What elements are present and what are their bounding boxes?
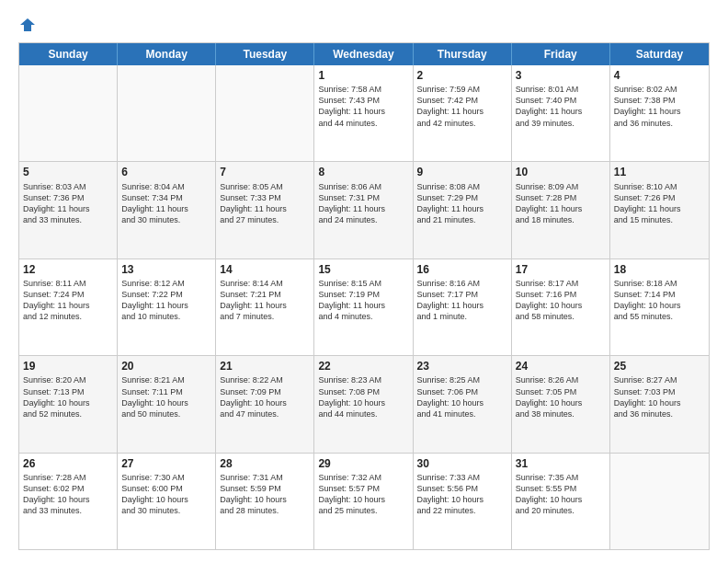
- day-info: Sunrise: 8:08 AM Sunset: 7:29 PM Dayligh…: [417, 181, 507, 226]
- day-cell-1: 1Sunrise: 7:58 AM Sunset: 7:43 PM Daylig…: [314, 65, 413, 161]
- logo: [18, 17, 36, 33]
- day-info: Sunrise: 8:25 AM Sunset: 7:06 PM Dayligh…: [417, 374, 507, 419]
- day-cell-19: 19Sunrise: 8:20 AM Sunset: 7:13 PM Dayli…: [19, 356, 118, 452]
- calendar-row-3: 19Sunrise: 8:20 AM Sunset: 7:13 PM Dayli…: [19, 356, 709, 453]
- day-number: 1: [318, 68, 408, 83]
- day-number: 23: [417, 359, 507, 373]
- header-saturday: Saturday: [610, 43, 709, 65]
- day-number: 6: [121, 165, 211, 179]
- day-info: Sunrise: 8:01 AM Sunset: 7:40 PM Dayligh…: [516, 84, 606, 129]
- day-cell-23: 23Sunrise: 8:25 AM Sunset: 7:06 PM Dayli…: [414, 356, 512, 452]
- day-cell-24: 24Sunrise: 8:26 AM Sunset: 7:05 PM Dayli…: [512, 356, 610, 452]
- empty-cell: [118, 65, 216, 161]
- day-info: Sunrise: 8:04 AM Sunset: 7:34 PM Dayligh…: [121, 181, 211, 226]
- day-cell-4: 4Sunrise: 8:02 AM Sunset: 7:38 PM Daylig…: [610, 65, 709, 161]
- day-number: 9: [417, 165, 507, 179]
- day-info: Sunrise: 8:27 AM Sunset: 7:03 PM Dayligh…: [614, 374, 705, 419]
- day-number: 29: [318, 456, 408, 471]
- day-number: 26: [23, 456, 113, 471]
- calendar: Sunday Monday Tuesday Wednesday Thursday…: [18, 42, 710, 550]
- empty-cell: [610, 454, 709, 549]
- day-info: Sunrise: 8:11 AM Sunset: 7:24 PM Dayligh…: [23, 278, 113, 323]
- day-cell-17: 17Sunrise: 8:17 AM Sunset: 7:16 PM Dayli…: [512, 259, 610, 355]
- day-number: 31: [516, 456, 606, 471]
- day-number: 22: [318, 359, 408, 373]
- day-number: 4: [614, 68, 705, 83]
- page: Sunday Monday Tuesday Wednesday Thursday…: [0, 0, 728, 563]
- day-number: 5: [23, 165, 113, 179]
- day-cell-26: 26Sunrise: 7:28 AM Sunset: 6:02 PM Dayli…: [19, 454, 118, 549]
- day-number: 12: [23, 262, 113, 277]
- day-cell-21: 21Sunrise: 8:22 AM Sunset: 7:09 PM Dayli…: [216, 356, 314, 452]
- day-number: 11: [614, 165, 705, 179]
- day-info: Sunrise: 8:23 AM Sunset: 7:08 PM Dayligh…: [318, 374, 408, 419]
- day-info: Sunrise: 7:28 AM Sunset: 6:02 PM Dayligh…: [23, 472, 113, 517]
- day-cell-6: 6Sunrise: 8:04 AM Sunset: 7:34 PM Daylig…: [118, 162, 216, 258]
- empty-cell: [216, 65, 314, 161]
- day-cell-11: 11Sunrise: 8:10 AM Sunset: 7:26 PM Dayli…: [610, 162, 709, 258]
- day-cell-22: 22Sunrise: 8:23 AM Sunset: 7:08 PM Dayli…: [314, 356, 413, 452]
- day-number: 28: [220, 456, 310, 471]
- day-number: 30: [417, 456, 507, 471]
- day-number: 17: [516, 262, 606, 277]
- header-friday: Friday: [512, 43, 610, 65]
- empty-cell: [19, 65, 118, 161]
- day-cell-31: 31Sunrise: 7:35 AM Sunset: 5:55 PM Dayli…: [512, 454, 610, 549]
- day-number: 14: [220, 262, 310, 277]
- day-cell-16: 16Sunrise: 8:16 AM Sunset: 7:17 PM Dayli…: [414, 259, 512, 355]
- day-cell-12: 12Sunrise: 8:11 AM Sunset: 7:24 PM Dayli…: [19, 259, 118, 355]
- day-number: 2: [417, 68, 507, 83]
- day-number: 27: [121, 456, 211, 471]
- day-cell-13: 13Sunrise: 8:12 AM Sunset: 7:22 PM Dayli…: [118, 259, 216, 355]
- day-info: Sunrise: 8:20 AM Sunset: 7:13 PM Dayligh…: [23, 374, 113, 419]
- day-cell-29: 29Sunrise: 7:32 AM Sunset: 5:57 PM Dayli…: [314, 454, 413, 549]
- calendar-row-2: 12Sunrise: 8:11 AM Sunset: 7:24 PM Dayli…: [19, 259, 709, 356]
- day-number: 24: [516, 359, 606, 373]
- day-info: Sunrise: 7:58 AM Sunset: 7:43 PM Dayligh…: [318, 84, 408, 129]
- day-info: Sunrise: 7:31 AM Sunset: 5:59 PM Dayligh…: [220, 472, 310, 517]
- day-info: Sunrise: 8:16 AM Sunset: 7:17 PM Dayligh…: [417, 278, 507, 323]
- day-number: 21: [220, 359, 310, 373]
- day-info: Sunrise: 8:02 AM Sunset: 7:38 PM Dayligh…: [614, 84, 705, 129]
- calendar-row-0: 1Sunrise: 7:58 AM Sunset: 7:43 PM Daylig…: [19, 65, 709, 162]
- day-cell-10: 10Sunrise: 8:09 AM Sunset: 7:28 PM Dayli…: [512, 162, 610, 258]
- header-wednesday: Wednesday: [314, 43, 413, 65]
- day-info: Sunrise: 7:32 AM Sunset: 5:57 PM Dayligh…: [318, 472, 408, 517]
- logo-icon: [19, 17, 36, 33]
- day-info: Sunrise: 8:18 AM Sunset: 7:14 PM Dayligh…: [614, 278, 705, 323]
- day-cell-18: 18Sunrise: 8:18 AM Sunset: 7:14 PM Dayli…: [610, 259, 709, 355]
- day-info: Sunrise: 8:26 AM Sunset: 7:05 PM Dayligh…: [516, 374, 606, 419]
- header-thursday: Thursday: [414, 43, 512, 65]
- calendar-header: Sunday Monday Tuesday Wednesday Thursday…: [19, 43, 709, 65]
- day-info: Sunrise: 7:35 AM Sunset: 5:55 PM Dayligh…: [516, 472, 606, 517]
- day-cell-27: 27Sunrise: 7:30 AM Sunset: 6:00 PM Dayli…: [118, 454, 216, 549]
- day-number: 3: [516, 68, 606, 83]
- day-info: Sunrise: 8:15 AM Sunset: 7:19 PM Dayligh…: [318, 278, 408, 323]
- day-number: 18: [614, 262, 705, 277]
- day-number: 19: [23, 359, 113, 373]
- day-cell-15: 15Sunrise: 8:15 AM Sunset: 7:19 PM Dayli…: [314, 259, 413, 355]
- calendar-body: 1Sunrise: 7:58 AM Sunset: 7:43 PM Daylig…: [19, 65, 709, 549]
- day-cell-7: 7Sunrise: 8:05 AM Sunset: 7:33 PM Daylig…: [216, 162, 314, 258]
- day-info: Sunrise: 8:05 AM Sunset: 7:33 PM Dayligh…: [220, 181, 310, 226]
- day-cell-9: 9Sunrise: 8:08 AM Sunset: 7:29 PM Daylig…: [414, 162, 512, 258]
- day-number: 7: [220, 165, 310, 179]
- day-cell-3: 3Sunrise: 8:01 AM Sunset: 7:40 PM Daylig…: [512, 65, 610, 161]
- day-cell-14: 14Sunrise: 8:14 AM Sunset: 7:21 PM Dayli…: [216, 259, 314, 355]
- day-info: Sunrise: 8:09 AM Sunset: 7:28 PM Dayligh…: [516, 181, 606, 226]
- day-info: Sunrise: 7:30 AM Sunset: 6:00 PM Dayligh…: [121, 472, 211, 517]
- day-info: Sunrise: 8:03 AM Sunset: 7:36 PM Dayligh…: [23, 181, 113, 226]
- day-info: Sunrise: 8:17 AM Sunset: 7:16 PM Dayligh…: [516, 278, 606, 323]
- calendar-row-4: 26Sunrise: 7:28 AM Sunset: 6:02 PM Dayli…: [19, 454, 709, 549]
- day-number: 8: [318, 165, 408, 179]
- header-monday: Monday: [118, 43, 216, 65]
- header-tuesday: Tuesday: [216, 43, 314, 65]
- day-cell-8: 8Sunrise: 8:06 AM Sunset: 7:31 PM Daylig…: [314, 162, 413, 258]
- day-cell-5: 5Sunrise: 8:03 AM Sunset: 7:36 PM Daylig…: [19, 162, 118, 258]
- day-cell-28: 28Sunrise: 7:31 AM Sunset: 5:59 PM Dayli…: [216, 454, 314, 549]
- day-info: Sunrise: 8:21 AM Sunset: 7:11 PM Dayligh…: [121, 374, 211, 419]
- day-info: Sunrise: 8:10 AM Sunset: 7:26 PM Dayligh…: [614, 181, 705, 226]
- day-number: 10: [516, 165, 606, 179]
- day-cell-20: 20Sunrise: 8:21 AM Sunset: 7:11 PM Dayli…: [118, 356, 216, 452]
- day-info: Sunrise: 8:12 AM Sunset: 7:22 PM Dayligh…: [121, 278, 211, 323]
